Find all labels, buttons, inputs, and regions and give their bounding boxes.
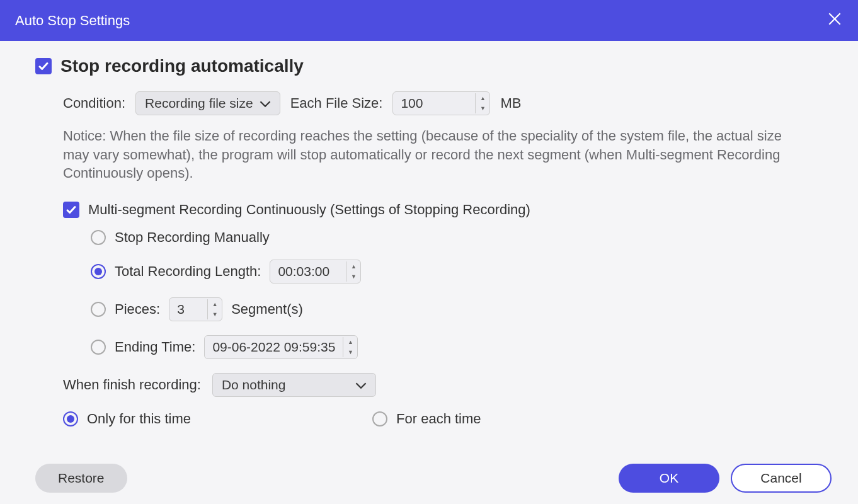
spinner-down-icon[interactable]: ▼ bbox=[346, 272, 360, 282]
option-pieces: Pieces: 3 ▲ ▼ Segment(s) bbox=[91, 297, 838, 321]
main-checkbox-row: Stop recording automatically bbox=[35, 56, 838, 76]
file-size-value: 100 bbox=[393, 92, 475, 115]
spinner-arrows: ▲ ▼ bbox=[346, 261, 360, 282]
radio-only-this-time[interactable] bbox=[63, 411, 78, 427]
multi-segment-checkbox[interactable] bbox=[63, 202, 79, 218]
radio-each-time[interactable] bbox=[372, 411, 387, 427]
spinner-down-icon[interactable]: ▼ bbox=[476, 103, 489, 113]
multi-segment-label: Multi-segment Recording Continuously (Se… bbox=[88, 202, 530, 218]
only-this-label: Only for this time bbox=[87, 411, 191, 427]
titlebar: Auto Stop Settings bbox=[0, 0, 858, 41]
each-file-label: Each File Size: bbox=[290, 95, 383, 112]
condition-row: Condition: Recording file size Each File… bbox=[63, 91, 838, 115]
file-size-unit: MB bbox=[500, 95, 521, 112]
spinner-down-icon[interactable]: ▼ bbox=[208, 309, 222, 319]
total-length-label: Total Recording Length: bbox=[115, 263, 261, 280]
main-title: Stop recording automatically bbox=[60, 56, 304, 76]
option-stop-manually: Stop Recording Manually bbox=[91, 229, 838, 246]
restore-button[interactable]: Restore bbox=[35, 464, 127, 493]
window-title: Auto Stop Settings bbox=[15, 13, 130, 29]
multi-segment-block: Multi-segment Recording Continuously (Se… bbox=[63, 202, 838, 427]
finish-label: When finish recording: bbox=[63, 377, 201, 393]
stop-auto-checkbox[interactable] bbox=[35, 58, 52, 74]
option-total-length: Total Recording Length: 00:03:00 ▲ ▼ bbox=[91, 260, 838, 284]
notice-text: Notice: When the file size of recording … bbox=[63, 127, 810, 183]
spinner-up-icon[interactable]: ▲ bbox=[208, 299, 222, 309]
spinner-arrows: ▲ ▼ bbox=[343, 337, 357, 357]
multi-check-row: Multi-segment Recording Continuously (Se… bbox=[63, 202, 838, 218]
pieces-spinner[interactable]: 3 ▲ ▼ bbox=[169, 297, 222, 321]
cancel-button[interactable]: Cancel bbox=[731, 464, 832, 493]
close-icon[interactable] bbox=[827, 11, 843, 30]
time-scope-row: Only for this time For each time bbox=[63, 411, 838, 427]
radio-stop-manually[interactable] bbox=[91, 230, 106, 245]
pieces-label: Pieces: bbox=[115, 301, 160, 318]
each-time-label: For each time bbox=[396, 411, 481, 427]
condition-select[interactable]: Recording file size bbox=[135, 91, 280, 115]
condition-label: Condition: bbox=[63, 95, 125, 112]
pieces-unit: Segment(s) bbox=[231, 301, 303, 318]
content-area: Stop recording automatically Condition: … bbox=[0, 41, 858, 435]
pieces-value: 3 bbox=[169, 298, 207, 321]
spinner-arrows: ▲ ▼ bbox=[475, 93, 489, 113]
option-ending-time: Ending Time: 09-06-2022 09:59:35 ▲ ▼ bbox=[91, 335, 838, 359]
spinner-up-icon[interactable]: ▲ bbox=[476, 93, 489, 103]
stop-manually-label: Stop Recording Manually bbox=[115, 229, 270, 246]
total-length-value: 00:03:00 bbox=[270, 260, 346, 283]
ending-time-label: Ending Time: bbox=[115, 339, 195, 355]
file-size-spinner[interactable]: 100 ▲ ▼ bbox=[392, 91, 490, 115]
finish-select[interactable]: Do nothing bbox=[212, 373, 376, 397]
chevron-down-icon bbox=[260, 96, 271, 111]
radio-total-length[interactable] bbox=[91, 264, 106, 279]
finish-value: Do nothing bbox=[222, 377, 286, 392]
chevron-down-icon bbox=[355, 377, 367, 392]
ending-time-value: 09-06-2022 09:59:35 bbox=[205, 336, 343, 358]
spinner-up-icon[interactable]: ▲ bbox=[346, 261, 360, 272]
finish-row: When finish recording: Do nothing bbox=[63, 373, 838, 397]
spinner-arrows: ▲ ▼ bbox=[207, 299, 222, 319]
radio-pieces[interactable] bbox=[91, 302, 106, 317]
ok-button[interactable]: OK bbox=[619, 464, 719, 493]
spinner-down-icon[interactable]: ▼ bbox=[343, 347, 357, 357]
total-length-spinner[interactable]: 00:03:00 ▲ ▼ bbox=[270, 260, 361, 284]
condition-value: Recording file size bbox=[145, 96, 253, 111]
ending-time-spinner[interactable]: 09-06-2022 09:59:35 ▲ ▼ bbox=[204, 335, 358, 359]
radio-ending-time[interactable] bbox=[91, 340, 106, 355]
spinner-up-icon[interactable]: ▲ bbox=[343, 337, 357, 347]
footer: Restore OK Cancel bbox=[0, 464, 858, 493]
